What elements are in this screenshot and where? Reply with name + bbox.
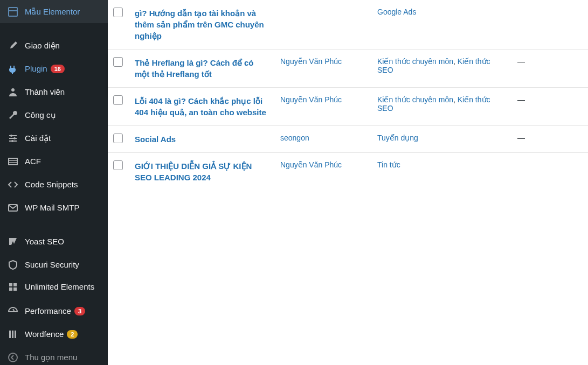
post-comments-dash: — [512,50,588,88]
post-comments-dash [512,0,588,50]
post-title-link[interactable]: Lỗi 404 là gì? Cách khắc phục lỗi 404 hi… [135,96,266,117]
svg-rect-15 [9,287,12,291]
sidebar-item-users[interactable]: Thành viên [0,80,108,103]
code-icon [6,179,19,190]
sidebar-item-label: Thành viên [25,87,65,96]
svg-point-7 [13,137,16,139]
sidebar-item-label: Công cụ [25,110,56,120]
post-author[interactable]: seongon [280,134,309,142]
sidebar-item-wp-mail-smtp[interactable]: WP Mail SMTP [0,196,108,219]
wordfence-badge: 2 [67,330,78,339]
wrench-icon [6,110,19,121]
performance-badge: 3 [74,307,85,315]
posts-list: gì? Hướng dẫn tạo tài khoản và thêm sản … [108,0,588,365]
post-comments-dash: — [512,88,588,126]
sidebar-item-settings[interactable]: Cài đặt [0,127,108,150]
posts-table: gì? Hướng dẫn tạo tài khoản và thêm sản … [108,0,588,191]
sidebar-item-label: Performance [25,306,71,315]
post-category[interactable]: Kiến thức chuyên môn [377,95,453,104]
svg-rect-13 [9,283,12,286]
sidebar-item-label: Yoast SEO [25,237,64,246]
svg-point-6 [10,135,12,137]
sidebar-item-label: Mẫu Elementor [25,7,80,17]
brush-icon [6,40,19,51]
sidebar-item-label: Code Snippets [25,180,78,189]
row-checkbox[interactable] [113,95,123,105]
sidebar-item-appearance[interactable]: Giao diện [0,34,108,57]
user-icon [6,87,19,97]
svg-point-20 [9,353,17,362]
post-author[interactable]: Nguyễn Văn Phúc [280,57,342,66]
post-title-link[interactable]: Thẻ Hreflang là gì? Cách để có một thẻ H… [135,58,254,79]
svg-rect-9 [9,158,17,165]
table-row: Thẻ Hreflang là gì? Cách để có một thẻ H… [108,50,588,88]
sidebar-item-elementor-templates[interactable]: Mẫu Elementor [0,0,108,23]
sliders-icon [6,133,19,144]
row-checkbox[interactable] [113,8,123,17]
sidebar-item-plugins[interactable]: Plugin 16 [0,57,108,80]
sidebar-item-performance[interactable]: Performance 3 [0,299,108,322]
unlimited-icon [6,282,19,292]
post-category[interactable]: Google Ads [377,8,416,16]
sidebar-item-label: Sucuri Security [25,260,79,269]
sidebar-item-label: Plugin [25,64,47,73]
yoast-icon [6,236,19,247]
wordfence-icon [6,329,19,340]
post-author[interactable]: Nguyễn Văn Phúc [280,95,342,104]
svg-point-2 [11,88,15,92]
mail-icon [6,202,19,213]
row-checkbox[interactable] [113,160,123,170]
plug-icon [6,64,19,74]
row-checkbox[interactable] [113,57,123,67]
post-category[interactable]: Kiến thức chuyên môn [377,57,453,66]
sidebar-item-yoast-seo[interactable]: Yoast SEO [0,230,108,253]
post-title-link[interactable]: gì? Hướng dẫn tạo tài khoản và thêm sản … [135,9,264,40]
collapse-icon [6,352,19,363]
sidebar-item-unlimited-elements[interactable]: Unlimited Elements [0,276,108,299]
sidebar-item-label: WP Mail SMTP [25,203,79,212]
post-category[interactable]: Tuyển dụng [377,134,418,142]
post-comments-dash: — [512,126,588,153]
post-comments-dash [512,153,588,191]
sidebar-item-code-snippets[interactable]: Code Snippets [0,173,108,196]
sidebar-item-wordfence[interactable]: Wordfence 2 [0,322,108,346]
sidebar-item-sucuri[interactable]: Sucuri Security [0,253,108,276]
svg-point-8 [11,140,13,142]
sidebar-item-label: Cài đặt [25,134,51,143]
table-row: Lỗi 404 là gì? Cách khắc phục lỗi 404 hi… [108,88,588,126]
row-checkbox[interactable] [113,134,123,143]
svg-rect-18 [12,331,13,338]
svg-rect-14 [13,283,17,286]
table-row: gì? Hướng dẫn tạo tài khoản và thêm sản … [108,0,588,50]
sidebar-collapse[interactable]: Thu gọn menu [0,346,108,365]
svg-rect-17 [9,331,11,338]
svg-rect-16 [13,287,17,291]
sidebar-item-acf[interactable]: ACF [0,150,108,173]
sidebar-item-label: Unlimited Elements [25,282,94,292]
sidebar-item-label: ACF [25,157,41,166]
sidebar-item-tools[interactable]: Công cụ [0,103,108,127]
sidebar-item-label: Thu gọn menu [25,353,77,362]
layout-icon [6,6,19,17]
table-row: Social Ads seongon Tuyển dụng — [108,126,588,153]
post-title-link[interactable]: GIỚI THIỆU DIỄN GIẢ SỰ KIỆN SEO LEADING … [135,162,252,182]
gauge-icon [6,306,19,317]
post-title-link[interactable]: Social Ads [135,135,176,144]
admin-sidebar: Mẫu Elementor Giao diện Plugin 16 Thành … [0,0,108,365]
svg-rect-0 [9,8,17,16]
grid-icon [6,156,19,167]
plugin-update-badge: 16 [51,65,65,73]
svg-rect-19 [15,331,16,338]
post-category[interactable]: Tin tức [377,160,400,169]
shield-icon [6,259,19,270]
sidebar-item-label: Giao diện [25,41,60,51]
sidebar-item-label: Wordfence [25,329,64,339]
table-row: GIỚI THIỆU DIỄN GIẢ SỰ KIỆN SEO LEADING … [108,153,588,191]
post-author[interactable]: Nguyễn Văn Phúc [280,160,342,169]
